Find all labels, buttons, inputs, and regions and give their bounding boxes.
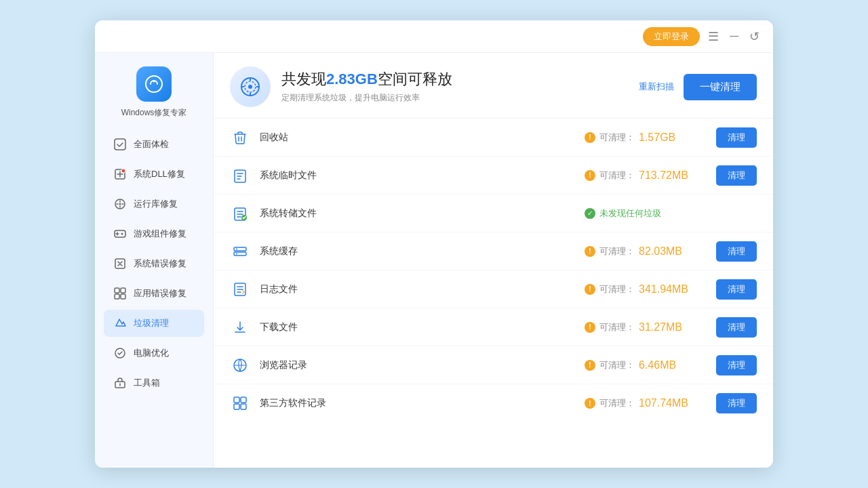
sidebar-item-label: 运行库修复 — [134, 198, 178, 210]
item-status: ! 可清理： 82.03MB — [585, 245, 707, 258]
warning-icon: ! — [585, 246, 595, 257]
sidebar-item-app-error-fix[interactable]: 应用错误修复 — [104, 280, 204, 307]
item-icon — [230, 127, 250, 148]
table-row: 日志文件 ! 可清理： 341.94MB 清理 — [214, 270, 773, 308]
status-size: 713.72MB — [639, 169, 688, 182]
svg-point-4 — [121, 169, 125, 173]
sidebar-item-label: 系统DLL修复 — [134, 168, 185, 180]
scan-header: 共发现2.83GB空间可释放 定期清理系统垃圾，提升电脑运行效率 重新扫描 一键… — [214, 53, 773, 119]
item-name: 第三方软件记录 — [260, 397, 575, 409]
status-label: 可清理： — [599, 283, 635, 296]
table-row: 系统缓存 ! 可清理： 82.03MB 清理 — [214, 232, 773, 270]
sidebar-item-dll-fix[interactable]: 系统DLL修复 — [104, 161, 204, 188]
sidebar-item-runtime-fix[interactable]: 运行库修复 — [104, 190, 204, 218]
item-icon — [230, 165, 250, 186]
check-icon — [113, 138, 127, 151]
content-area: 共发现2.83GB空间可释放 定期清理系统垃圾，提升电脑运行效率 重新扫描 一键… — [214, 53, 773, 468]
clean-button[interactable]: 清理 — [716, 127, 757, 148]
runtime-icon — [113, 197, 127, 211]
sidebar: Windows修复专家 全面体检 系统DLL修复 运行库修复 游戏组件修复 系统… — [95, 53, 214, 468]
status-label: 未发现任何垃圾 — [599, 207, 661, 220]
game-icon — [113, 227, 127, 241]
status-size: 31.27MB — [639, 321, 682, 333]
clean-button[interactable]: 清理 — [716, 393, 757, 413]
svg-rect-27 — [234, 247, 246, 251]
status-size: 1.57GB — [639, 131, 675, 144]
rescan-button[interactable]: 重新扫描 — [639, 81, 674, 93]
item-name: 日志文件 — [260, 283, 575, 296]
svg-rect-11 — [121, 288, 125, 293]
svg-point-8 — [121, 233, 123, 235]
item-name: 下载文件 — [260, 321, 575, 333]
item-status: ✓ 未发现任何垃圾 — [585, 207, 707, 220]
clean-button[interactable]: 清理 — [716, 165, 757, 186]
svg-rect-2 — [115, 139, 125, 150]
status-label: 可清理： — [599, 397, 635, 409]
back-icon[interactable]: ↺ — [747, 26, 762, 47]
menu-icon[interactable]: ☰ — [705, 26, 722, 47]
svg-rect-28 — [234, 252, 246, 256]
table-row: 浏览器记录 ! 可清理： 6.46MB 清理 — [214, 346, 773, 384]
table-row: 回收站 ! 可清理： 1.57GB 清理 — [214, 119, 773, 157]
item-status: ! 可清理： 1.57GB — [585, 131, 707, 144]
sidebar-item-junk-clean[interactable]: 垃圾清理 — [104, 310, 204, 337]
clean-button[interactable]: 清理 — [716, 241, 757, 262]
sidebar-item-label: 全面体检 — [134, 138, 169, 150]
sidebar-item-error-fix[interactable]: 系统错误修复 — [104, 250, 204, 277]
sidebar-items-container: 全面体检 系统DLL修复 运行库修复 游戏组件修复 系统错误修复 应用错误修复 … — [104, 131, 204, 399]
optimize-icon — [113, 346, 127, 360]
warning-icon: ! — [585, 170, 595, 181]
item-status: ! 可清理： 713.72MB — [585, 169, 707, 182]
status-label: 可清理： — [599, 245, 635, 258]
minimize-icon[interactable]: ─ — [727, 26, 741, 46]
item-status: ! 可清理： 107.74MB — [585, 397, 707, 409]
scan-title-prefix: 共发现 — [281, 70, 326, 87]
table-row: 系统临时文件 ! 可清理： 713.72MB 清理 — [214, 157, 773, 195]
svg-point-6 — [119, 203, 121, 205]
item-name: 系统缓存 — [260, 245, 575, 258]
table-row: 系统转储文件 ✓ 未发现任何垃圾 清理 — [214, 195, 773, 232]
dll-icon — [113, 167, 127, 181]
status-size: 82.03MB — [639, 245, 682, 258]
warning-icon: ! — [585, 360, 595, 371]
login-button[interactable]: 立即登录 — [643, 27, 700, 46]
scan-title-suffix: 空间可释放 — [378, 70, 452, 87]
clean-button[interactable]: 清理 — [716, 279, 757, 300]
ok-icon: ✓ — [585, 208, 595, 219]
app-name: Windows修复专家 — [121, 107, 187, 119]
scan-title-wrap: 共发现2.83GB空间可释放 定期清理系统垃圾，提升电脑运行效率 — [281, 70, 628, 104]
main-content: Windows修复专家 全面体检 系统DLL修复 运行库修复 游戏组件修复 系统… — [95, 53, 773, 468]
sidebar-item-game-fix[interactable]: 游戏组件修复 — [104, 220, 204, 247]
app-logo — [136, 66, 172, 102]
svg-rect-36 — [241, 404, 246, 409]
svg-point-1 — [153, 81, 155, 83]
sidebar-item-pc-optimize[interactable]: 电脑优化 — [104, 340, 204, 367]
item-icon — [230, 279, 250, 300]
clean-button[interactable]: 清理 — [716, 355, 757, 375]
item-status: ! 可清理： 31.27MB — [585, 321, 707, 333]
clean-icon — [113, 317, 127, 330]
sidebar-item-label: 工具箱 — [134, 377, 160, 389]
error-icon — [113, 257, 127, 270]
sidebar-item-full-check[interactable]: 全面体检 — [104, 131, 204, 158]
sidebar-item-toolbox[interactable]: 工具箱 — [104, 369, 204, 396]
status-size: 6.46MB — [639, 359, 676, 371]
clean-button[interactable]: 清理 — [716, 317, 757, 338]
svg-rect-35 — [234, 404, 239, 409]
status-label: 可清理： — [599, 359, 635, 371]
table-row: 下载文件 ! 可清理： 31.27MB 清理 — [214, 308, 773, 346]
toolbox-icon — [113, 376, 127, 390]
clean-all-button[interactable]: 一键清理 — [684, 74, 757, 100]
scan-title: 共发现2.83GB空间可释放 — [281, 70, 628, 89]
item-name: 回收站 — [260, 131, 575, 144]
warning-icon: ! — [585, 132, 595, 143]
status-size: 107.74MB — [639, 397, 688, 409]
status-label: 可清理： — [599, 131, 635, 144]
app-window: 立即登录 ☰ ─ ↺ Windows修复专家 全面体检 系统DLL修复 运行库修… — [95, 20, 773, 468]
status-size: 341.94MB — [639, 283, 688, 296]
warning-icon: ! — [585, 322, 595, 333]
scan-actions: 重新扫描 一键清理 — [639, 74, 757, 100]
warning-icon: ! — [585, 398, 595, 409]
svg-point-19 — [248, 85, 252, 89]
svg-rect-10 — [115, 288, 119, 293]
